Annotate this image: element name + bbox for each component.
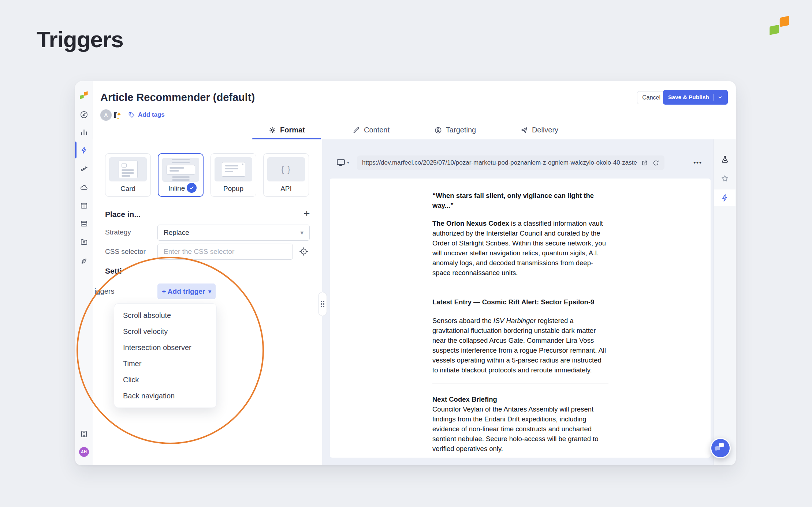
add-trigger-button[interactable]: + Add trigger ▾: [157, 283, 216, 299]
place-in-heading: Place in...: [105, 210, 141, 219]
article-heading: Next Codex Briefing: [432, 394, 608, 404]
divider: [432, 383, 608, 383]
popup-format-illustration: [215, 157, 252, 181]
add-tags-link[interactable]: Add tags: [138, 111, 165, 119]
triggers-tool[interactable]: [714, 189, 735, 206]
format-card-label: Card: [105, 185, 150, 193]
trigger-dropdown-menu: Scroll absolute Scroll velocity Intersec…: [114, 303, 217, 408]
menu-item-scroll-velocity[interactable]: Scroll velocity: [114, 323, 216, 339]
bar-chart-icon: [80, 128, 88, 136]
external-link-icon[interactable]: [641, 159, 648, 166]
menu-item-timer[interactable]: Timer: [114, 356, 216, 372]
gear-icon: [268, 126, 276, 134]
braces-glyph: { }: [281, 165, 291, 174]
tab-delivery[interactable]: Delivery: [520, 121, 558, 139]
cancel-button[interactable]: Cancel: [637, 91, 666, 104]
person-target-icon: [434, 126, 442, 134]
sidebar-item-automations[interactable]: [75, 142, 93, 158]
ai-sparkle-icon: [111, 109, 122, 121]
tab-delivery-label: Delivery: [532, 126, 558, 134]
menu-item-back-navigation[interactable]: Back navigation: [114, 388, 216, 404]
marfeel-logo-small-icon: [79, 90, 89, 100]
format-popup-label: Popup: [211, 185, 256, 193]
strategy-label: Strategy: [105, 228, 131, 236]
user-avatar[interactable]: AH: [75, 444, 93, 460]
format-api-label: API: [264, 185, 309, 193]
sidebar-item-site[interactable]: [75, 215, 93, 232]
sidebar-rail: AH: [75, 81, 93, 465]
add-placement-button[interactable]: +: [303, 209, 310, 218]
paper-plane-icon: [520, 126, 528, 134]
article-paragraph: The Orion Nexus Codex is a classified in…: [432, 218, 608, 278]
tab-format[interactable]: Format: [268, 121, 305, 139]
sidebar-item-organization[interactable]: [75, 426, 93, 442]
italic-run: ISV Harbinger: [493, 317, 536, 324]
bold-run: The Orion Nexus Codex: [432, 219, 509, 227]
text-run: Councilor Veylan of the Antares Assembly…: [432, 405, 599, 452]
marfeel-logo-icon: [767, 13, 791, 37]
active-indicator: [75, 142, 77, 158]
tab-targeting-label: Targeting: [446, 126, 476, 134]
meta-row: A Add tags: [100, 109, 165, 121]
preview-url: https://dev.marfeel.co/2025/07/10/pozar-…: [362, 159, 637, 166]
more-options-icon[interactable]: •••: [693, 159, 702, 166]
stacked-arrows-icon: [80, 164, 88, 173]
sidebar-item-layouts[interactable]: [75, 198, 93, 214]
article-paragraph: Sensors aboard the ISV Harbinger registe…: [432, 316, 608, 375]
settings-heading: Setti: [105, 267, 122, 275]
menu-item-click[interactable]: Click: [114, 372, 216, 388]
building-icon: [80, 430, 88, 438]
selected-check-icon: [186, 182, 198, 194]
sidebar-item-engage[interactable]: [75, 179, 93, 195]
format-option-api[interactable]: { } API: [263, 153, 309, 197]
sidebar-item-amplify[interactable]: [75, 160, 93, 176]
sidebar-item-explore[interactable]: [75, 106, 93, 123]
save-publish-button[interactable]: Save & Publish: [663, 90, 728, 105]
avatar-initials: AH: [79, 447, 89, 457]
sidebar-item-home[interactable]: [75, 87, 93, 103]
tab-content[interactable]: Content: [352, 121, 390, 139]
api-format-illustration: { }: [267, 157, 305, 181]
save-publish-label: Save & Publish: [668, 94, 709, 101]
columns-icon: [80, 202, 88, 210]
preview-url-bar[interactable]: https://dev.marfeel.co/2025/07/10/pozar-…: [357, 155, 664, 170]
tab-content-label: Content: [364, 126, 390, 134]
strategy-select[interactable]: Replace ▾: [157, 225, 310, 241]
refresh-icon[interactable]: [652, 159, 659, 166]
marfeel-logo-white-icon: [711, 439, 730, 455]
tab-bar: Format Content Targeting Delivery: [93, 121, 736, 140]
screenshot-canvas: Triggers: [0, 0, 812, 507]
article-preview-panel: “When stars fall silent, only vigilance …: [330, 179, 711, 458]
sidebar-item-editorial[interactable]: [75, 252, 93, 268]
chevron-down-icon: ▾: [347, 160, 349, 165]
format-option-card[interactable]: Card: [105, 153, 151, 197]
format-option-inline[interactable]: Inline: [158, 153, 204, 197]
preview-pane: ▾ https://dev.marfeel.co/2025/07/10/poza…: [322, 139, 714, 465]
card-format-illustration: [109, 157, 147, 181]
experiments-tool[interactable]: [714, 151, 735, 168]
owner-avatar: A: [100, 109, 112, 121]
menu-item-scroll-absolute[interactable]: Scroll absolute: [114, 307, 216, 323]
favorites-tool[interactable]: [714, 170, 735, 187]
inline-format-illustration: [162, 158, 199, 182]
format-option-popup[interactable]: Popup: [211, 153, 256, 197]
text-run: registered a gravitational fluctuation b…: [432, 317, 606, 374]
css-selector-input[interactable]: [157, 244, 293, 260]
device-select[interactable]: ▾: [336, 158, 349, 167]
chevron-down-icon[interactable]: [718, 95, 723, 100]
article-quote: “When stars fall silent, only vigilance …: [432, 191, 608, 210]
cloud-icon: [80, 183, 88, 192]
tab-targeting[interactable]: Targeting: [434, 121, 476, 139]
sidebar-item-analytics[interactable]: [75, 124, 93, 140]
menu-item-intersection-observer[interactable]: Intersection observer: [114, 339, 216, 356]
article-heading: Latest Entry — Cosmic Rift Alert: Sector…: [432, 297, 608, 307]
button-divider: [713, 94, 714, 101]
assistant-fab-button[interactable]: [710, 438, 731, 458]
folder-icon: [80, 238, 88, 246]
crosshair-picker-icon[interactable]: [299, 247, 309, 256]
window-title: Article Recommender (default): [100, 91, 255, 104]
star-icon: [720, 174, 729, 183]
sidebar-item-media[interactable]: [75, 234, 93, 250]
pane-resize-handle[interactable]: [318, 292, 327, 316]
pencil-icon: [352, 126, 360, 134]
